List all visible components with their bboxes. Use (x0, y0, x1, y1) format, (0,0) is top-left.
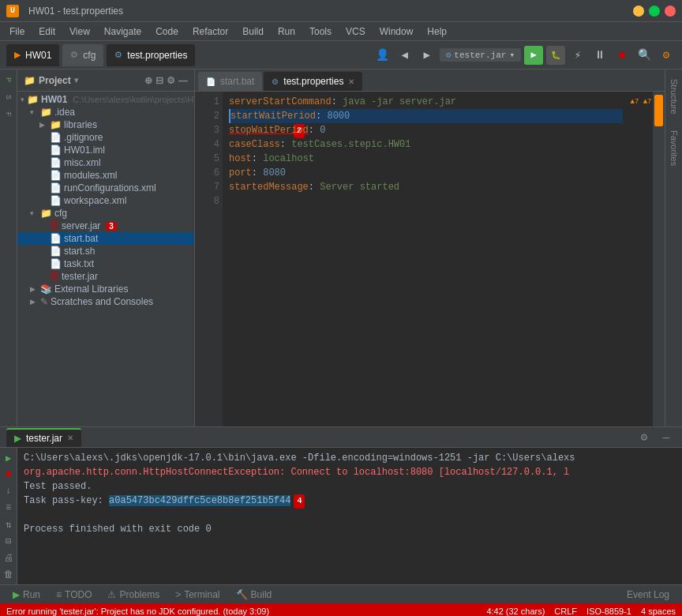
tree-hw01-iml[interactable]: 📄 HW01.iml (17, 144, 194, 156)
run-tab-close[interactable]: ✕ (67, 434, 73, 442)
maximize-button[interactable] (649, 6, 660, 17)
run-settings-icon[interactable]: ⚙ (635, 428, 654, 447)
tree-external-libs[interactable]: ▶ 📚 External Libraries (17, 283, 194, 295)
main-area: P S F 📁 Project ▾ ⊕ ⊟ ⚙ — ▾ 📁 HW01 C:\Us… (0, 69, 682, 426)
menu-refactor[interactable]: Refactor (186, 24, 234, 39)
todo-bar-icon: ≡ (56, 589, 62, 600)
fold-button[interactable]: ⊟ (2, 534, 16, 548)
coverage-button[interactable]: ⚡ (568, 46, 587, 65)
back-button[interactable]: ◀ (395, 46, 414, 65)
run-config-selector[interactable]: ⚙ tester.jar ▾ (440, 48, 521, 62)
settings-button[interactable]: ⚙ (657, 46, 676, 65)
tree-idea[interactable]: ▾ 📁 .idea (17, 106, 194, 118)
rerun-button[interactable]: ▶ (2, 451, 16, 465)
tree-run-config-xml[interactable]: 📄 runConfigurations.xml (17, 182, 194, 194)
status-charset: ISO-8859-1 (586, 607, 631, 616)
scroll-end-button[interactable]: ↓ (2, 484, 16, 498)
stop-button[interactable]: ■ (613, 46, 631, 65)
build-bar-item[interactable]: 🔨 Build (230, 588, 279, 602)
sidebar-structure-label[interactable]: Structure (668, 73, 680, 121)
tree-start-sh[interactable]: 📄 start.sh (17, 245, 194, 257)
left-sidebar: P S F (0, 69, 17, 426)
build-bar-icon: 🔨 (236, 589, 248, 600)
tree-workspace-xml[interactable]: 📄 workspace.xml (17, 194, 194, 207)
toolbar-tab-properties[interactable]: ⚙ test.properties (107, 44, 195, 66)
minimize-button[interactable] (633, 6, 644, 17)
forward-button[interactable]: ▶ (418, 46, 437, 65)
problems-bar-item[interactable]: ⚠ Problems (101, 588, 166, 602)
run-panel-close[interactable]: — (657, 428, 676, 447)
menu-tools[interactable]: Tools (303, 24, 338, 39)
print-button[interactable]: 🖨 (2, 550, 16, 565)
todo-bar-label: TODO (65, 589, 92, 600)
start-bat-label: start.bat (64, 233, 98, 244)
editor-tab-startbat[interactable]: 📄 start.bat (198, 72, 262, 91)
sidebar-favorites-icon[interactable]: F (2, 107, 16, 122)
tree-libraries[interactable]: ▶ 📁 libraries (17, 118, 194, 131)
menu-view[interactable]: View (63, 24, 96, 39)
tree-cfg[interactable]: ▾ 📁 cfg (17, 207, 194, 220)
right-scrollbar[interactable] (653, 92, 665, 426)
debug-button[interactable]: 🐛 (546, 46, 565, 65)
editor-tab-properties[interactable]: ⚙ test.properties ✕ (264, 72, 362, 91)
menu-help[interactable]: Help (421, 24, 453, 39)
filter-button[interactable]: ≡ (2, 501, 16, 515)
tree-start-bat[interactable]: 📄 start.bat (17, 232, 194, 245)
todo-bar-item[interactable]: ≡ TODO (50, 588, 98, 602)
terminal-bar-label: Terminal (184, 589, 219, 600)
run-bar-item[interactable]: ▶ Run (6, 588, 47, 602)
profile-button[interactable]: 👤 (373, 46, 392, 65)
stop-run-button[interactable]: ■ (2, 468, 16, 482)
menu-navigate[interactable]: Navigate (98, 24, 148, 39)
status-position: 4:42 (32 chars) (486, 607, 545, 616)
scroll-thumb[interactable] (654, 95, 663, 126)
tree-misc-xml[interactable]: 📄 misc.xml (17, 156, 194, 169)
run-button[interactable]: ▶ (524, 46, 543, 65)
project-panel-header: 📁 Project ▾ ⊕ ⊟ ⚙ — (17, 69, 194, 92)
tree-task-txt[interactable]: 📄 task.txt (17, 257, 194, 270)
profiler-button[interactable]: ⏸ (590, 46, 609, 65)
menu-window[interactable]: Window (373, 24, 420, 39)
warning-gutter: ▲7 ▲7 (629, 92, 653, 426)
menu-vcs[interactable]: VCS (339, 24, 372, 39)
sidebar-favorites-label[interactable]: Favorites (668, 124, 680, 172)
right-sidebar: Structure Favorites (665, 69, 682, 426)
toolbar-tab-cfg[interactable]: ⚙ cfg (62, 44, 103, 66)
tree-modules-xml[interactable]: 📄 modules.xml (17, 169, 194, 182)
properties-tab-close[interactable]: ✕ (348, 77, 354, 86)
run-tab[interactable]: ▶ tester.jar ✕ (6, 428, 81, 447)
tree-tester-jar[interactable]: 🗄 tester.jar (17, 270, 194, 283)
problems-bar-label: Problems (119, 589, 159, 600)
tree-server-jar[interactable]: 🗄 server.jar 3 (17, 220, 194, 232)
project-icon: 📁 (24, 75, 36, 86)
menu-code[interactable]: Code (149, 24, 185, 39)
close-button[interactable] (665, 6, 676, 17)
collapse-icon[interactable]: ⊟ (156, 75, 163, 86)
code-editor[interactable]: serverStartCommand: java -jar server.jar… (223, 92, 629, 426)
status-encoding: CRLF (554, 607, 577, 616)
event-log-item[interactable]: Event Log (620, 588, 676, 602)
menu-build[interactable]: Build (236, 24, 270, 39)
sidebar-project-icon[interactable]: P (2, 73, 16, 87)
menu-edit[interactable]: Edit (32, 24, 62, 39)
statusbar: Error running 'tester.jar': Project has … (0, 603, 682, 616)
line-num-1: 1 (195, 95, 219, 109)
project-dropdown[interactable]: ▾ (74, 76, 78, 85)
sort-button[interactable]: ⇅ (2, 517, 16, 531)
clear-button[interactable]: 🗑 (2, 567, 16, 581)
search-button[interactable]: 🔍 (635, 46, 654, 65)
options-icon[interactable]: ⚙ (167, 75, 175, 86)
run-config-icon: ⚙ (446, 50, 452, 60)
tree-gitignore[interactable]: 📄 .gitignore (17, 131, 194, 144)
terminal-bar-item[interactable]: > Terminal (169, 588, 226, 602)
menu-file[interactable]: File (3, 24, 31, 39)
tree-root[interactable]: ▾ 📁 HW01 C:\Users\alexs\kotlin\projects\… (17, 93, 194, 106)
menu-run[interactable]: Run (272, 24, 302, 39)
cfg-folder-icon: 📁 (40, 208, 52, 219)
locate-icon[interactable]: ⊕ (144, 75, 152, 86)
tree-scratches[interactable]: ▶ ✎ Scratches and Consoles (17, 295, 194, 308)
toolbar-tab-hw01[interactable]: ▶ HW01 (6, 44, 59, 66)
sidebar-structure-icon[interactable]: S (2, 90, 16, 104)
run-action-sidebar: ▶ ■ ↓ ≡ ⇅ ⊟ 🖨 🗑 (0, 448, 17, 584)
hide-icon[interactable]: — (178, 75, 188, 86)
